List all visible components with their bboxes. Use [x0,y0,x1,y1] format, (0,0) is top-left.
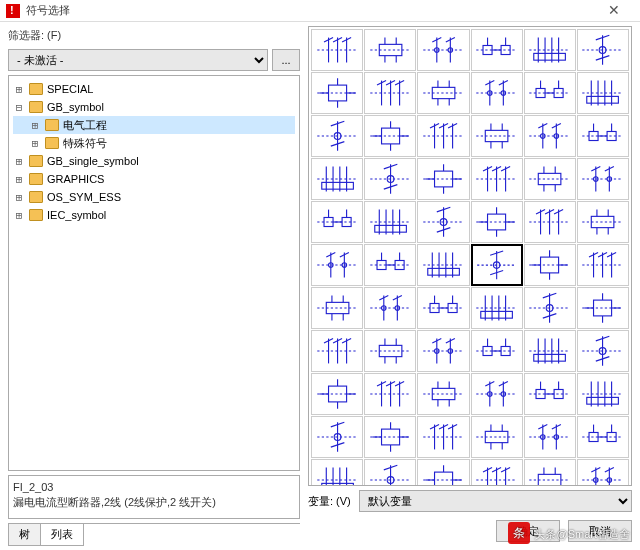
symbol-cell[interactable] [524,115,576,157]
symbol-cell[interactable] [311,201,363,243]
library-tree[interactable]: ⊞SPECIAL⊟GB_symbol⊞电气工程⊞特殊符号⊞GB_single_s… [8,75,300,471]
tree-node-special[interactable]: ⊞SPECIAL [13,80,295,98]
close-button[interactable]: ✕ [594,0,634,22]
symbol-cell[interactable] [311,29,363,71]
ok-button[interactable]: 确定 [496,520,560,542]
symbol-cell[interactable] [471,287,523,329]
symbol-cell[interactable] [364,72,416,114]
symbol-cell[interactable] [524,158,576,200]
symbol-cell[interactable] [417,115,469,157]
expander-icon[interactable]: ⊞ [13,155,25,168]
symbol-cell[interactable] [364,201,416,243]
symbol-cell[interactable] [417,158,469,200]
cancel-button[interactable]: 取消 [568,520,632,542]
symbol-cell[interactable] [417,373,469,415]
tree-node-iec-symbol[interactable]: ⊞IEC_symbol [13,206,295,224]
symbol-cell[interactable] [471,330,523,372]
symbol-cell[interactable] [577,72,629,114]
symbol-cell[interactable] [524,287,576,329]
symbol-cell[interactable] [577,244,629,286]
expander-icon[interactable]: ⊞ [13,191,25,204]
expander-icon[interactable]: ⊞ [13,209,25,222]
symbol-cell[interactable] [417,29,469,71]
folder-icon [29,101,43,113]
symbol-cell[interactable] [577,373,629,415]
symbol-cell[interactable] [364,459,416,486]
symbol-cell[interactable] [311,373,363,415]
symbol-cell[interactable] [364,330,416,372]
symbol-cell[interactable] [311,244,363,286]
tree-node--[interactable]: ⊞特殊符号 [13,134,295,152]
symbol-cell[interactable] [471,72,523,114]
symbol-cell[interactable] [577,287,629,329]
symbol-cell[interactable] [471,201,523,243]
symbol-cell[interactable] [364,115,416,157]
folder-icon [29,155,43,167]
symbol-desc: 漏电电流型断路器,2线 (2线保护,2 线开关) [13,495,295,510]
tree-node-graphics[interactable]: ⊞GRAPHICS [13,170,295,188]
symbol-cell[interactable] [417,287,469,329]
symbol-cell[interactable] [471,244,523,286]
tree-label: GB_symbol [47,101,104,113]
symbol-cell[interactable] [524,330,576,372]
symbol-id: FI_2_03 [13,480,295,495]
symbol-cell[interactable] [471,29,523,71]
symbol-cell[interactable] [471,459,523,486]
symbol-cell[interactable] [577,115,629,157]
symbol-cell[interactable] [577,330,629,372]
expander-icon[interactable]: ⊞ [29,119,41,132]
tree-node--[interactable]: ⊞电气工程 [13,116,295,134]
symbol-cell[interactable] [311,416,363,458]
symbol-cell[interactable] [524,201,576,243]
tree-node-os-sym-ess[interactable]: ⊞OS_SYM_ESS [13,188,295,206]
symbol-cell[interactable] [417,201,469,243]
symbol-cell[interactable] [471,416,523,458]
window-title: 符号选择 [26,3,594,18]
symbol-cell[interactable] [364,416,416,458]
filter-browse-button[interactable]: ... [272,49,300,71]
symbol-cell[interactable] [524,244,576,286]
folder-icon [29,83,43,95]
symbol-cell[interactable] [311,287,363,329]
expander-icon[interactable]: ⊟ [13,101,25,114]
tab-list[interactable]: 列表 [40,524,84,546]
symbol-cell[interactable] [311,72,363,114]
symbol-cell[interactable] [417,330,469,372]
tab-tree[interactable]: 树 [8,524,41,546]
symbol-cell[interactable] [577,158,629,200]
symbol-cell[interactable] [311,330,363,372]
filter-select[interactable]: - 未激活 - [8,49,268,71]
symbol-grid[interactable] [308,26,632,486]
expander-icon[interactable]: ⊞ [13,83,25,96]
symbol-cell[interactable] [524,29,576,71]
symbol-cell[interactable] [364,29,416,71]
tree-node-gb-symbol[interactable]: ⊟GB_symbol [13,98,295,116]
symbol-cell[interactable] [417,72,469,114]
symbol-cell[interactable] [524,373,576,415]
expander-icon[interactable]: ⊞ [13,173,25,186]
symbol-cell[interactable] [471,158,523,200]
symbol-cell[interactable] [311,459,363,486]
tree-node-gb-single-symbol[interactable]: ⊞GB_single_symbol [13,152,295,170]
tree-label: GRAPHICS [47,173,104,185]
symbol-cell[interactable] [364,244,416,286]
symbol-cell[interactable] [577,201,629,243]
symbol-cell[interactable] [471,115,523,157]
variant-select[interactable]: 默认变量 [359,490,632,512]
symbol-cell[interactable] [311,115,363,157]
symbol-cell[interactable] [364,287,416,329]
symbol-cell[interactable] [577,459,629,486]
symbol-cell[interactable] [417,244,469,286]
symbol-cell[interactable] [524,416,576,458]
symbol-cell[interactable] [471,373,523,415]
symbol-cell[interactable] [524,72,576,114]
symbol-cell[interactable] [577,29,629,71]
symbol-cell[interactable] [417,459,469,486]
symbol-cell[interactable] [364,373,416,415]
symbol-cell[interactable] [577,416,629,458]
symbol-cell[interactable] [364,158,416,200]
symbol-cell[interactable] [524,459,576,486]
symbol-cell[interactable] [311,158,363,200]
expander-icon[interactable]: ⊞ [29,137,41,150]
symbol-cell[interactable] [417,416,469,458]
